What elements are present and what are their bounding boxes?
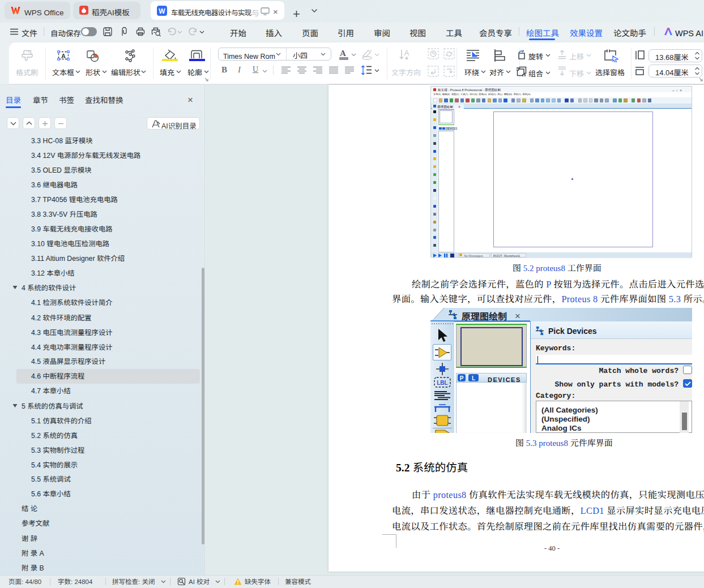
svg-text:LBL: LBL — [437, 380, 447, 386]
svg-text:A: A — [61, 53, 66, 59]
svg-text:A: A — [404, 49, 409, 57]
